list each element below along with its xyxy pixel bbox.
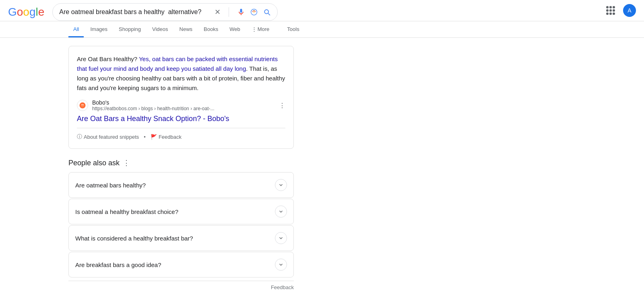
paa-question-3: What is considered a healthy breakfast b…	[75, 235, 193, 242]
logo-letter-g: G	[8, 6, 17, 18]
paa-item-4[interactable]: Are breakfast bars a good idea?	[68, 252, 294, 277]
paa-question-2: Is oatmeal a healthy breakfast choice?	[75, 208, 178, 215]
tab-web[interactable]: Web	[225, 21, 245, 37]
source-name: Bobo's	[92, 99, 214, 106]
snippet-intro: Are Oat Bars Healthy?	[77, 55, 139, 62]
about-snippets-label: About featured snippets	[84, 134, 139, 140]
paa-question-4: Are breakfast bars a good idea?	[75, 261, 161, 268]
snippet-source: Bobo's https://eatbobos.com › blogs › he…	[77, 99, 285, 111]
search-icon[interactable]	[263, 8, 271, 16]
tab-images[interactable]: Images	[85, 21, 112, 37]
svg-point-3	[81, 104, 82, 105]
apps-icon[interactable]	[605, 4, 617, 16]
tab-news[interactable]: News	[175, 21, 198, 37]
feedback-btn[interactable]: 🚩 Feedback	[151, 134, 182, 140]
snippet-link[interactable]: Are Oat Bars a Healthy Snack Option? - B…	[77, 115, 285, 123]
svg-point-1	[254, 12, 255, 13]
paa-chevron-4	[275, 259, 287, 271]
divider	[229, 7, 229, 17]
paa-chevron-1	[275, 179, 287, 191]
google-logo[interactable]: Google	[8, 6, 44, 18]
info-icon: ⓘ	[77, 133, 82, 140]
tab-books[interactable]: Books	[199, 21, 223, 37]
paa-section: People also ask ⋮ Are oatmeal bars healt…	[68, 158, 294, 290]
feedback-icon: 🚩	[151, 134, 157, 140]
tab-tools[interactable]: Tools	[282, 21, 304, 37]
tab-shopping[interactable]: Shopping	[114, 21, 146, 37]
paa-heading: People also ask	[68, 159, 120, 167]
paa-question-1: Are oatmeal bars healthy?	[75, 182, 146, 189]
avatar[interactable]: A	[623, 4, 636, 17]
about-snippets-btn[interactable]: ⓘ About featured snippets	[77, 133, 139, 140]
footer-dot-separator: •	[144, 134, 146, 140]
mic-icon[interactable]	[237, 8, 245, 16]
paa-menu-icon[interactable]: ⋮	[123, 158, 130, 167]
source-favicon	[77, 100, 88, 111]
logo-letter-o2: o	[23, 6, 29, 18]
tab-more[interactable]: ⋮ More	[247, 21, 275, 37]
header: Google ✕	[0, 0, 644, 21]
paa-feedback-btn[interactable]: Feedback	[68, 281, 294, 290]
logo-letter-g2: g	[29, 6, 36, 18]
logo-letter-o1: o	[17, 6, 23, 18]
source-url: https://eatbobos.com › blogs › health-nu…	[92, 106, 214, 111]
source-info: Bobo's https://eatbobos.com › blogs › he…	[92, 99, 214, 111]
tab-videos[interactable]: Videos	[147, 21, 173, 37]
feedback-label: Feedback	[159, 134, 182, 140]
logo-letter-e: e	[38, 6, 45, 18]
more-label: More	[258, 26, 270, 32]
search-input[interactable]	[59, 8, 215, 16]
main-content: Are Oat Bars Healthy? Yes, oat bars can …	[68, 46, 371, 298]
clear-icon[interactable]: ✕	[215, 8, 221, 16]
paa-item-2[interactable]: Is oatmeal a healthy breakfast choice?	[68, 199, 294, 224]
snippet-text: Are Oat Bars Healthy? Yes, oat bars can …	[77, 54, 285, 93]
header-right: A	[605, 4, 636, 20]
paa-chevron-2	[275, 206, 287, 218]
search-bar[interactable]: ✕	[52, 3, 278, 21]
svg-point-4	[83, 104, 83, 105]
featured-snippet: Are Oat Bars Healthy? Yes, oat bars can …	[68, 46, 294, 149]
more-dots-icon: ⋮	[252, 26, 257, 32]
tab-all[interactable]: All	[68, 21, 84, 37]
paa-item-3[interactable]: What is considered a healthy breakfast b…	[68, 225, 294, 251]
source-menu-icon[interactable]: ⋮	[279, 102, 285, 109]
snippet-footer: ⓘ About featured snippets • 🚩 Feedback	[77, 128, 285, 140]
paa-header: People also ask ⋮	[68, 158, 294, 167]
lens-icon[interactable]	[250, 8, 258, 16]
paa-item-1[interactable]: Are oatmeal bars healthy?	[68, 172, 294, 198]
nav-tabs: All Images Shopping Videos News Books We…	[0, 21, 644, 38]
paa-chevron-3	[275, 232, 287, 244]
